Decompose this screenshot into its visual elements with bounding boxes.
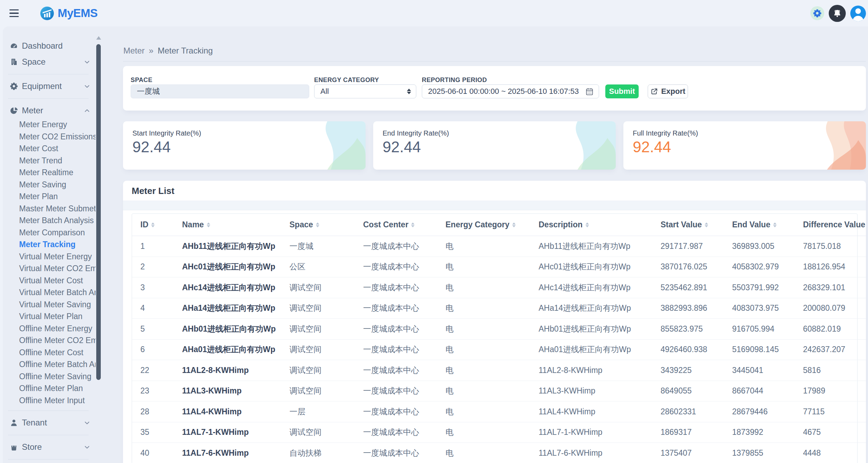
breadcrumb-parent[interactable]: Meter	[123, 46, 145, 56]
cell-cost-center: 一度城成本中心	[355, 401, 437, 422]
column-header-cost-center[interactable]: Cost Center	[355, 214, 437, 236]
cell-id: 4	[132, 298, 174, 319]
sidebar-subitem-meter-comparison[interactable]: Meter Comparison	[19, 227, 96, 239]
scroll-up-arrow-icon[interactable]	[96, 36, 101, 40]
cell-difference-value: 4675	[795, 422, 866, 443]
sidebar-nav: Dashboard Space Equipment Meter Meter En…	[3, 26, 96, 463]
cell-space: 自动扶梯	[281, 443, 355, 463]
cell-cost-center: 一度城成本中心	[355, 319, 437, 340]
energy-category-select[interactable]: All	[314, 84, 416, 98]
cell-energy-category: 电	[437, 360, 530, 381]
chevron-down-icon	[84, 83, 90, 90]
meter-list-card: Meter List ID Name Space Cost Center Ene…	[123, 181, 866, 463]
column-header-description[interactable]: Description	[530, 214, 652, 236]
settings-gear-button[interactable]	[810, 6, 824, 20]
sidebar-subitem-offline-meter-batch-analysis[interactable]: Offline Meter Batch Analysis	[19, 358, 96, 371]
column-header-end-value[interactable]: End Value	[724, 214, 795, 236]
sort-icon	[207, 222, 210, 227]
sidebar-subitem-meter-batch-analysis[interactable]: Meter Batch Analysis	[19, 214, 96, 227]
sidebar-item-tenant[interactable]: Tenant	[3, 415, 96, 431]
stat-card-label: End Integrity Rate(%)	[383, 129, 616, 137]
stat-card-value: 92.44	[132, 139, 366, 155]
cell-start-value: 3439225	[652, 360, 724, 381]
sidebar-subitem-virtual-meter-saving[interactable]: Virtual Meter Saving	[19, 299, 96, 311]
sidebar-subitem-virtual-meter-batch-analysis[interactable]: Virtual Meter Batch Analysis	[19, 286, 96, 299]
cell-space: 调试空间	[281, 381, 355, 401]
cell-energy-category: 电	[437, 277, 530, 298]
cell-end-value: 369893.005	[724, 236, 795, 257]
sidebar-scrollbar[interactable]	[96, 44, 101, 380]
cell-energy-category: 电	[437, 339, 530, 360]
sidebar-item-meter[interactable]: Meter	[3, 103, 96, 119]
sidebar-subitem-meter-realtime[interactable]: Meter Realtime	[19, 166, 96, 179]
sidebar-subitem-offline-meter-cost[interactable]: Offline Meter Cost	[19, 347, 96, 359]
notifications-bell-button[interactable]	[829, 5, 846, 22]
sidebar-subitem-virtual-meter-plan[interactable]: Virtual Meter Plan	[19, 310, 96, 323]
export-button[interactable]: Export	[648, 84, 688, 98]
sidebar-subitem-offline-meter-energy[interactable]: Offline Meter Energy	[19, 323, 96, 335]
reporting-period-input[interactable]: 2025-06-01 00:00:00 ~ 2025-06-10 16:07:5…	[422, 84, 599, 98]
export-button-label: Export	[661, 87, 686, 96]
sidebar-subitem-master-meter-submeters-balance[interactable]: Master Meter Submeters Balance	[19, 203, 96, 215]
cell-start-value: 4926460.938	[652, 339, 724, 360]
cell-id: 40	[132, 443, 174, 463]
column-header-energy-category[interactable]: Energy Category	[437, 214, 530, 236]
cell-cost-center: 一度城成本中心	[355, 381, 437, 401]
column-header-name[interactable]: Name	[174, 214, 281, 236]
submit-button[interactable]: Submit	[605, 84, 639, 98]
table-row: 1AHb11进线柜正向有功Wp一度城一度城成本中心电AHb11进线柜正向有功Wp…	[132, 236, 866, 257]
hamburger-menu-button[interactable]	[9, 6, 25, 20]
table-body: 1AHb11进线柜正向有功Wp一度城一度城成本中心电AHb11进线柜正向有功Wp…	[132, 236, 866, 463]
cell-id: 5	[132, 319, 174, 340]
sidebar-divider	[3, 70, 96, 78]
cell-difference-value: 78175.018	[795, 236, 866, 257]
sidebar-subitem-meter-trend[interactable]: Meter Trend	[19, 155, 96, 167]
stat-card: End Integrity Rate(%) 92.44	[373, 121, 616, 170]
sidebar-subitem-offline-meter-input[interactable]: Offline Meter Input	[19, 395, 96, 407]
chevron-up-icon	[84, 107, 90, 114]
sidebar-subitem-meter-energy[interactable]: Meter Energy	[19, 119, 96, 131]
sidebar-subitem-meter-cost[interactable]: Meter Cost	[19, 143, 96, 155]
sort-icon	[512, 222, 516, 227]
table-row: 3511AL7-1-KWHimp调试空间一度城成本中心电11AL7-1-KWHi…	[132, 422, 866, 443]
column-header-space[interactable]: Space	[281, 214, 355, 236]
cell-start-value: 1869317	[652, 422, 724, 443]
column-header-difference-value[interactable]: Difference Value	[795, 214, 866, 236]
sidebar-subitem-meter-co2-emissions[interactable]: Meter CO2 Emissions	[19, 131, 96, 143]
sidebar-subitem-virtual-meter-co2-emissions[interactable]: Virtual Meter CO2 Emissions	[19, 262, 96, 275]
sidebar-subitem-meter-saving[interactable]: Meter Saving	[19, 179, 96, 191]
sidebar-subitem-meter-tracking[interactable]: Meter Tracking	[19, 238, 96, 251]
cell-cost-center: 一度城成本中心	[355, 339, 437, 360]
stat-card-label: Full Integrity Rate(%)	[633, 129, 866, 137]
cell-description: 11AL7-6-KWHimp	[530, 443, 652, 463]
sidebar-item-label: Dashboard	[22, 41, 63, 51]
cell-start-value: 5235462.891	[652, 277, 724, 298]
energy-category-field: ENERGY CATEGORY All	[314, 76, 416, 98]
sidebar-subitem-meter-plan[interactable]: Meter Plan	[19, 190, 96, 203]
meter-list-title: Meter List	[123, 181, 866, 201]
sidebar-item-store[interactable]: Store	[3, 439, 96, 455]
cell-description: AHc01进线柜正向有功Wp	[530, 257, 652, 277]
sidebar-item-equipment[interactable]: Equipment	[3, 78, 96, 94]
column-header-label: Description	[539, 220, 583, 229]
reporting-period-value: 2025-06-01 00:00:00 ~ 2025-06-10 16:07:5…	[428, 87, 585, 96]
myems-logo[interactable]: MyEMS	[40, 6, 98, 21]
space-input[interactable]: 一度城	[131, 84, 309, 98]
cell-energy-category: 电	[437, 319, 530, 340]
cell-end-value: 916705.994	[724, 319, 795, 340]
cell-difference-value: 60882.019	[795, 319, 866, 340]
sidebar-subitem-virtual-meter-energy[interactable]: Virtual Meter Energy	[19, 251, 96, 263]
sidebar-subitem-virtual-meter-cost[interactable]: Virtual Meter Cost	[19, 275, 96, 287]
sidebar-item-dashboard[interactable]: Dashboard	[3, 38, 96, 54]
sidebar-item-space[interactable]: Space	[3, 54, 96, 70]
sidebar-subitem-offline-meter-plan[interactable]: Offline Meter Plan	[19, 382, 96, 395]
user-avatar-button[interactable]	[850, 6, 866, 21]
sidebar-subitem-offline-meter-saving[interactable]: Offline Meter Saving	[19, 371, 96, 383]
sidebar-divider	[3, 94, 96, 103]
cell-description: AHa01进线柜正向有功Wp	[530, 339, 652, 360]
column-header-id[interactable]: ID	[132, 214, 174, 236]
table-row: 2AHc01进线柜正向有功Wp公区一度城成本中心电AHc01进线柜正向有功Wp3…	[132, 257, 866, 277]
cell-end-value: 5503791.992	[724, 277, 795, 298]
column-header-start-value[interactable]: Start Value	[652, 214, 724, 236]
sidebar-subitem-offline-meter-co2-emissions[interactable]: Offline Meter CO2 Emissions	[19, 334, 96, 347]
